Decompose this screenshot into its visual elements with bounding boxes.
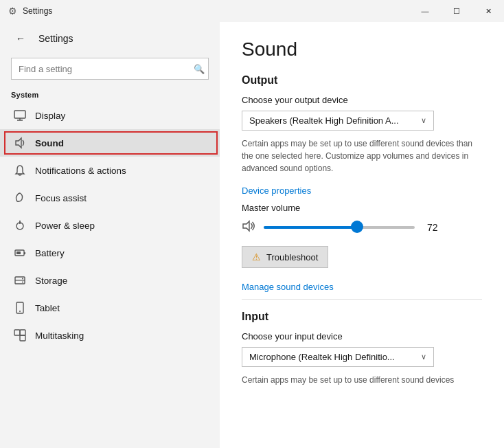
titlebar-controls: — ☐ ✕: [409, 0, 504, 22]
back-button[interactable]: ←: [11, 29, 30, 48]
volume-slider-fill: [264, 226, 357, 229]
manage-sound-devices-link[interactable]: Manage sound devices: [242, 282, 334, 292]
settings-icon: ⚙: [5, 5, 17, 16]
sidebar-item-storage[interactable]: Storage: [0, 267, 220, 294]
svg-point-11: [22, 278, 23, 280]
sound-icon: [13, 136, 27, 150]
warning-icon: ⚠: [252, 251, 261, 262]
master-volume-label: Master volume: [242, 203, 482, 213]
svg-rect-8: [16, 251, 21, 254]
volume-row: 72: [242, 220, 482, 235]
output-device-dropdown[interactable]: Speakers (Realtek High Definition A... ∨: [242, 111, 434, 131]
sidebar-item-focus-assist-label: Focus assist: [35, 193, 87, 203]
search-box: 🔍: [11, 58, 209, 80]
titlebar: ⚙ Settings — ☐ ✕: [0, 0, 504, 22]
titlebar-left: ⚙ Settings: [5, 5, 52, 16]
svg-point-12: [22, 282, 23, 283]
sidebar: ← Settings 🔍 System Display Sound: [0, 22, 220, 448]
volume-icon: [242, 220, 257, 235]
output-dropdown-arrow: ∨: [421, 116, 426, 125]
volume-slider-track[interactable]: [264, 226, 415, 229]
main-container: ← Settings 🔍 System Display Sound: [0, 22, 504, 448]
sidebar-item-notifications[interactable]: Notifications & actions: [0, 157, 220, 184]
display-icon: [13, 109, 27, 122]
maximize-button[interactable]: ☐: [441, 0, 472, 22]
tablet-icon: [13, 301, 27, 315]
sidebar-header: ← Settings: [0, 22, 220, 55]
close-button[interactable]: ✕: [472, 0, 504, 22]
input-device-value: Microphone (Realtek High Definitio...: [249, 352, 395, 362]
device-properties-link[interactable]: Device properties: [242, 186, 311, 196]
sidebar-item-battery[interactable]: Battery: [0, 239, 220, 267]
svg-marker-18: [243, 221, 249, 231]
sidebar-item-multitasking-label: Multitasking: [35, 331, 84, 341]
search-icon: 🔍: [194, 64, 205, 74]
volume-slider-thumb[interactable]: [351, 221, 363, 233]
output-section-title: Output: [242, 74, 482, 87]
svg-rect-0: [14, 111, 25, 118]
sidebar-title: Settings: [38, 33, 73, 44]
svg-point-14: [19, 311, 21, 312]
sidebar-item-sound-label: Sound: [35, 138, 64, 148]
volume-value: 72: [427, 222, 438, 233]
troubleshoot-label: Troubleshoot: [266, 252, 318, 262]
output-hint-text: Certain apps may be set up to use differ…: [242, 137, 482, 175]
sidebar-item-focus-assist[interactable]: Focus assist: [0, 184, 220, 212]
battery-icon: [13, 246, 27, 260]
troubleshoot-button[interactable]: ⚠ Troubleshoot: [242, 246, 328, 268]
content-area: Sound Output Choose your output device S…: [220, 22, 504, 448]
multitasking-icon: [13, 328, 27, 342]
output-device-value: Speakers (Realtek High Definition A...: [249, 115, 399, 126]
svg-rect-16: [20, 335, 25, 341]
power-icon: [13, 219, 27, 232]
input-dropdown-arrow: ∨: [421, 352, 426, 361]
sidebar-item-tablet-label: Tablet: [35, 303, 60, 313]
output-device-label: Choose your output device: [242, 95, 482, 105]
sidebar-item-display[interactable]: Display: [0, 102, 220, 129]
minimize-button[interactable]: —: [409, 0, 441, 22]
sidebar-item-power[interactable]: Power & sleep: [0, 212, 220, 239]
sidebar-item-storage-label: Storage: [35, 276, 67, 286]
svg-marker-3: [16, 138, 21, 148]
titlebar-title: Settings: [23, 6, 52, 16]
sidebar-item-display-label: Display: [35, 111, 65, 121]
input-section-title: Input: [242, 311, 482, 323]
input-device-dropdown[interactable]: Microphone (Realtek High Definitio... ∨: [242, 347, 434, 367]
input-hint-text: Certain apps may be set up to use differ…: [242, 374, 482, 386]
focus-assist-icon: [13, 191, 27, 205]
svg-rect-17: [20, 330, 25, 335]
search-input[interactable]: [11, 58, 209, 80]
section-divider: [242, 299, 482, 300]
input-device-label: Choose your input device: [242, 331, 482, 341]
sidebar-item-battery-label: Battery: [35, 248, 65, 258]
sidebar-section-title: System: [0, 85, 220, 102]
sidebar-item-sound[interactable]: Sound: [0, 129, 220, 157]
sidebar-item-tablet[interactable]: Tablet: [0, 294, 220, 322]
sidebar-item-multitasking[interactable]: Multitasking: [0, 322, 220, 349]
storage-icon: [13, 273, 27, 287]
svg-rect-15: [14, 330, 20, 335]
page-title: Sound: [242, 38, 482, 60]
sidebar-item-notifications-label: Notifications & actions: [35, 166, 126, 176]
notifications-icon: [13, 164, 27, 177]
sidebar-item-power-label: Power & sleep: [35, 221, 95, 231]
svg-rect-7: [24, 252, 25, 254]
